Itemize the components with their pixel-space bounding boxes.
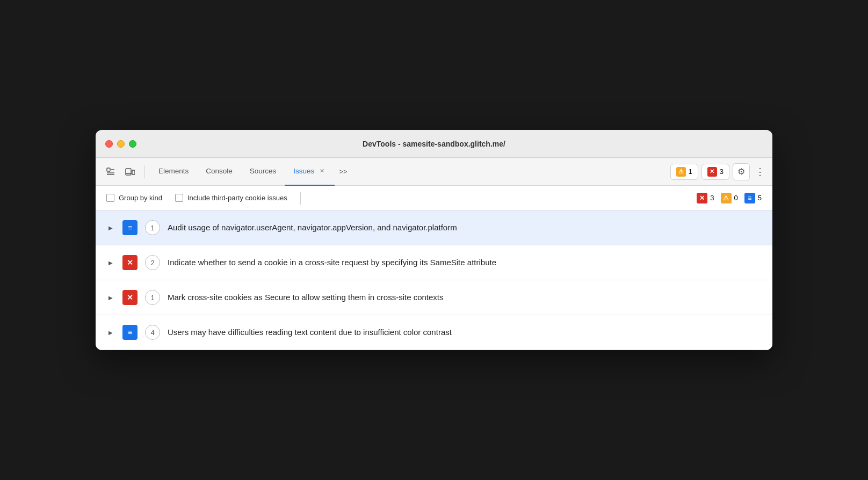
- filter-warn-icon: ⚠: [721, 193, 732, 203]
- filter-info-icon: ≡: [744, 193, 755, 203]
- inspect-element-button[interactable]: [102, 163, 119, 180]
- issue-icon-3: ✕: [122, 290, 138, 305]
- toolbar: Elements Console Sources Issues ✕ >> ⚠ 1: [96, 158, 772, 186]
- nav-tabs: Elements Console Sources Issues ✕ >>: [150, 158, 668, 186]
- error-badge-button[interactable]: ✕ 3: [701, 164, 729, 180]
- issue-icon-2: ✕: [122, 255, 138, 270]
- titlebar: DevTools - samesite-sandbox.glitch.me/: [96, 130, 772, 158]
- group-by-kind-checkbox[interactable]: [106, 194, 114, 202]
- svg-rect-4: [126, 169, 131, 175]
- error-icon: ✕: [707, 167, 717, 177]
- issue-row-1[interactable]: ▶ ≡ 1 Audit usage of navigator.userAgent…: [96, 210, 772, 245]
- warning-count-item: ⚠ 0: [721, 193, 738, 203]
- issue-row-4[interactable]: ▶ ≡ 4 Users may have difficulties readin…: [96, 315, 772, 350]
- device-icon: [125, 167, 135, 177]
- issue-count-1: 1: [145, 220, 160, 235]
- group-by-kind-text: Group by kind: [119, 194, 162, 202]
- gear-icon: ⚙: [737, 166, 745, 177]
- issue-text-4: Users may have difficulties reading text…: [168, 326, 762, 339]
- more-tabs-button[interactable]: >>: [335, 164, 351, 179]
- more-options-button[interactable]: ⋮: [753, 163, 766, 180]
- expand-arrow-4[interactable]: ▶: [106, 328, 115, 337]
- issue-count-2: 2: [145, 255, 160, 270]
- filter-warn-count: 0: [734, 194, 738, 202]
- issue-text-2: Indicate whether to send a cookie in a c…: [168, 257, 762, 269]
- close-button[interactable]: [105, 140, 113, 148]
- warning-badge-button[interactable]: ⚠ 1: [670, 164, 698, 180]
- tab-issues[interactable]: Issues ✕: [285, 158, 335, 186]
- device-toolbar-button[interactable]: [121, 163, 139, 180]
- group-by-kind-label[interactable]: Group by kind: [106, 194, 162, 202]
- include-third-party-text: Include third-party cookie issues: [187, 194, 287, 202]
- minimize-button[interactable]: [117, 140, 125, 148]
- warning-icon: ⚠: [676, 167, 686, 177]
- include-third-party-label[interactable]: Include third-party cookie issues: [175, 194, 287, 202]
- filter-error-count: 3: [710, 194, 714, 202]
- filter-divider: [300, 192, 301, 205]
- toolbar-divider-1: [144, 165, 144, 178]
- include-third-party-checkbox[interactable]: [175, 194, 183, 202]
- tab-sources[interactable]: Sources: [241, 158, 285, 186]
- expand-arrow-1[interactable]: ▶: [106, 223, 115, 232]
- settings-button[interactable]: ⚙: [733, 163, 750, 180]
- issue-text-3: Mark cross-site cookies as Secure to all…: [168, 292, 762, 304]
- traffic-lights: [105, 140, 136, 148]
- issue-count-4: 4: [145, 325, 160, 340]
- warning-count: 1: [689, 168, 692, 176]
- tab-issues-close[interactable]: ✕: [317, 167, 326, 176]
- window-title: DevTools - samesite-sandbox.glitch.me/: [363, 140, 505, 148]
- filter-bar: Group by kind Include third-party cookie…: [96, 186, 772, 210]
- toolbar-right: ⚠ 1 ✕ 3 ⚙ ⋮: [670, 163, 766, 180]
- issue-row-2[interactable]: ▶ ✕ 2 Indicate whether to send a cookie …: [96, 245, 772, 280]
- filter-counts: ✕ 3 ⚠ 0 ≡ 5: [697, 193, 762, 203]
- tab-elements[interactable]: Elements: [150, 158, 197, 186]
- svg-rect-5: [132, 170, 135, 174]
- issue-row-3[interactable]: ▶ ✕ 1 Mark cross-site cookies as Secure …: [96, 280, 772, 315]
- issue-text-1: Audit usage of navigator.userAgent, navi…: [168, 222, 762, 234]
- tab-console[interactable]: Console: [197, 158, 241, 186]
- expand-arrow-3[interactable]: ▶: [106, 293, 115, 302]
- devtools-window: DevTools - samesite-sandbox.glitch.me/ E…: [96, 130, 772, 350]
- info-count-item: ≡ 5: [744, 193, 762, 203]
- error-count: 3: [720, 168, 724, 176]
- filter-info-count: 5: [758, 194, 762, 202]
- maximize-button[interactable]: [129, 140, 136, 148]
- expand-arrow-2[interactable]: ▶: [106, 258, 115, 267]
- more-icon: ⋮: [755, 166, 764, 178]
- filter-error-icon: ✕: [697, 193, 707, 203]
- svg-rect-0: [107, 168, 110, 171]
- error-count-item: ✕ 3: [697, 193, 714, 203]
- inspect-icon: [106, 167, 115, 177]
- issue-count-3: 1: [145, 290, 160, 305]
- issues-list: ▶ ≡ 1 Audit usage of navigator.userAgent…: [96, 210, 772, 350]
- issue-icon-4: ≡: [122, 325, 138, 340]
- issue-icon-1: ≡: [122, 220, 138, 235]
